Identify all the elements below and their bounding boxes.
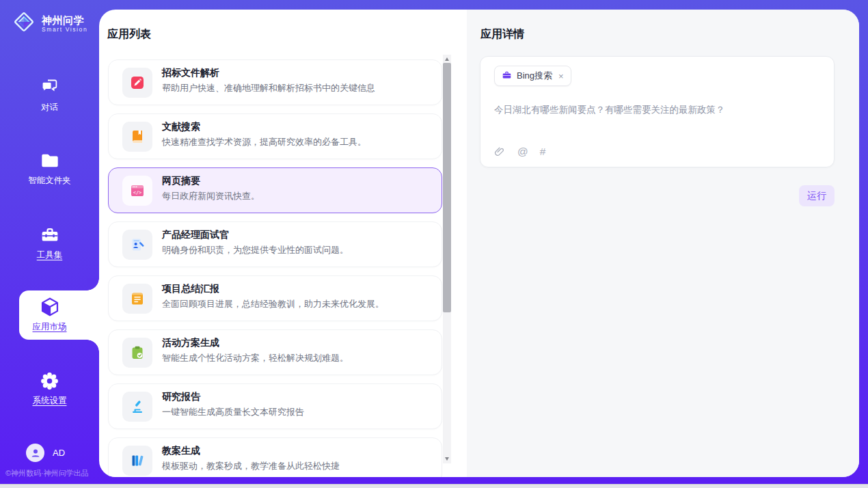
brand-subtitle: Smart Vision — [42, 26, 87, 33]
folder-icon — [0, 150, 99, 172]
app-name: 研究报告 — [162, 391, 200, 403]
app-name: 活动方案生成 — [162, 337, 219, 349]
svg-text:</>: </> — [133, 190, 142, 195]
app-description: 帮助用户快速、准确地理解和解析招标书中的关键信息 — [162, 82, 375, 94]
sidebar-item-settings[interactable]: 系统设置 — [0, 370, 99, 407]
app-description: 每日政府新闻资讯快查。 — [162, 190, 260, 202]
diamond-logo-icon — [11, 9, 37, 38]
app-detail-title: 应用详情 — [480, 27, 524, 42]
books-icon — [122, 446, 152, 476]
sidebar-item-label: 应用市场 — [0, 321, 99, 333]
close-icon[interactable]: × — [558, 71, 564, 81]
app-card-literature-search[interactable]: 文献搜索 快速精准查找学术资源，提高研究效率的必备工具。 — [108, 113, 442, 159]
scrollbar-down-button[interactable] — [443, 455, 451, 463]
doc-edit-icon — [122, 68, 152, 98]
sidebar-item-tools[interactable]: 工具集 — [0, 224, 99, 261]
main-content: 应用列表 招标文件解析 帮助用户快速、准确地理解和解析招标书中的关键信息 — [99, 10, 859, 477]
sidebar-item-folders[interactable]: 智能文件夹 — [0, 150, 99, 187]
app-name: 项目总结汇报 — [162, 283, 219, 295]
app-list: 招标文件解析 帮助用户快速、准确地理解和解析招标书中的关键信息 文献搜索 快速精… — [108, 59, 442, 477]
user-menu[interactable]: AD — [26, 444, 65, 462]
avatar — [26, 444, 44, 462]
bubble-curve-bottom — [87, 340, 99, 352]
paperclip-icon[interactable] — [493, 146, 506, 158]
user-name: AD — [53, 448, 65, 458]
attachment-toolbar: @ # — [493, 146, 545, 158]
app-card-project-summary[interactable]: 项目总结汇报 全面回顾项目进展，总结经验教训，助力未来优化发展。 — [108, 275, 442, 321]
tool-tag-label: Bing搜索 — [517, 70, 552, 82]
sidebar-item-market[interactable]: 应用市场 — [0, 296, 99, 333]
brand-name: 神州问学 — [42, 14, 87, 26]
app-card-lesson-plan[interactable]: 教案生成 模板驱动，教案秒成，教学准备从此轻松快捷 — [108, 437, 442, 477]
app-window: 神州问学 Smart Vision 对话 智能文件夹 — [0, 0, 868, 488]
app-description: 智能生成个性化活动方案，轻松解决规划难题。 — [162, 352, 349, 364]
sidebar-item-label: 工具集 — [0, 249, 99, 261]
at-icon[interactable]: @ — [517, 146, 528, 158]
gear-icon — [0, 370, 99, 392]
clipboard-check-icon — [122, 338, 152, 368]
copyright-text: ©神州数码·神州问学出品 — [5, 468, 101, 478]
sidebar-item-chat[interactable]: 对话 — [0, 75, 99, 113]
app-name: 网页摘要 — [162, 175, 200, 187]
app-card-event-plan[interactable]: 活动方案生成 智能生成个性化活动方案，轻松解决规划难题。 — [108, 329, 442, 375]
book-icon — [122, 122, 152, 152]
app-detail-panel: 应用详情 Bing搜索 × 今日湖北有哪些新闻要点？有哪些需要关注的最新政策？ — [467, 10, 859, 477]
app-name: 教案生成 — [162, 445, 200, 457]
app-description: 快速精准查找学术资源，提高研究效率的必备工具。 — [162, 136, 366, 148]
toolbox-icon — [0, 224, 99, 246]
app-name: 文献搜索 — [162, 121, 200, 133]
triangle-up-icon — [445, 57, 449, 61]
briefcase-icon — [502, 70, 512, 83]
app-card-research-report[interactable]: 研究报告 一键智能生成高质量长文本研究报告 — [108, 383, 442, 429]
app-description: 全面回顾项目进展，总结经验教训，助力未来优化发展。 — [162, 298, 384, 310]
app-card-tender-parse[interactable]: 招标文件解析 帮助用户快速、准确地理解和解析招标书中的关键信息 — [108, 59, 442, 105]
app-list-title: 应用列表 — [107, 27, 151, 42]
sidebar-item-label: 对话 — [0, 102, 99, 113]
app-name: 招标文件解析 — [162, 67, 219, 79]
app-card-web-summary[interactable]: </> 网页摘要 每日政府新闻资讯快查。 — [108, 167, 442, 213]
app-input-card: Bing搜索 × 今日湖北有哪些新闻要点？有哪些需要关注的最新政策？ @ # — [480, 56, 835, 167]
note-lines-icon — [122, 284, 152, 314]
app-description: 模板驱动，教案秒成，教学准备从此轻松快捷 — [162, 460, 340, 472]
list-scrollbar[interactable] — [443, 55, 451, 463]
query-textarea[interactable]: 今日湖北有哪些新闻要点？有哪些需要关注的最新政策？ — [494, 103, 819, 117]
microscope-icon — [122, 392, 152, 422]
sidebar-item-label: 系统设置 — [0, 395, 99, 407]
tool-tag-bing-search[interactable]: Bing搜索 × — [494, 66, 571, 86]
brand-logo: 神州问学 Smart Vision — [11, 9, 87, 38]
chat-icon — [0, 75, 99, 98]
sidebar-item-label: 智能文件夹 — [0, 175, 99, 187]
app-name: 产品经理面试官 — [162, 229, 229, 241]
interviewer-icon — [122, 230, 152, 260]
bubble-curve-top — [87, 278, 99, 290]
app-description: 明确身份和职责，为您提供专业性的面试问题。 — [162, 244, 349, 256]
scrollbar-thumb[interactable] — [443, 63, 451, 312]
bottom-edge-strip — [0, 484, 868, 488]
cube-icon — [0, 296, 99, 318]
triangle-down-icon — [445, 457, 449, 461]
app-description: 一键智能生成高质量长文本研究报告 — [162, 406, 304, 418]
run-button[interactable]: 运行 — [799, 185, 835, 206]
app-card-pm-interviewer[interactable]: 产品经理面试官 明确身份和职责，为您提供专业性的面试问题。 — [108, 221, 442, 267]
webpage-code-icon: </> — [122, 176, 152, 206]
hash-icon[interactable]: # — [540, 146, 546, 158]
sidebar: 神州问学 Smart Vision 对话 智能文件夹 — [0, 0, 99, 477]
